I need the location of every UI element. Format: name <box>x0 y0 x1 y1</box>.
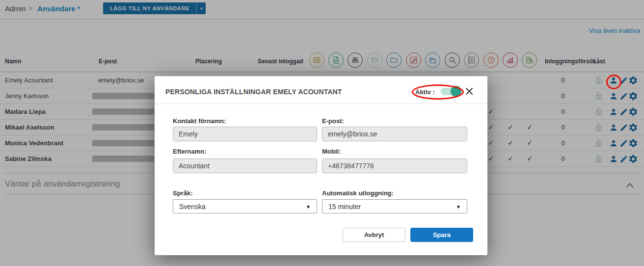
annotation-ellipse-active-toggle <box>412 84 464 100</box>
personal-settings-modal: PERSONLIGA INSTÄLLNINGAR EMELY ACOUNTANT… <box>155 76 487 255</box>
last-name-label: Efternamn: <box>173 148 207 155</box>
last-name-input: Acountant <box>173 159 317 173</box>
email-input: emely@briox.se <box>322 127 467 141</box>
first-name-label: Kontakt förnamn: <box>173 117 226 125</box>
close-icon[interactable] <box>465 87 474 96</box>
save-button[interactable]: Spara <box>410 228 473 242</box>
admin-users-page: Admin > Användare ▼ LÄGG TILL NY ANVÄNDA… <box>0 0 644 266</box>
mobile-input: +46738477776 <box>322 159 467 173</box>
chevron-down-icon: ▼ <box>306 204 311 210</box>
auto-logout-select[interactable]: 15 minuter▼ <box>322 199 467 213</box>
chevron-down-icon: ▼ <box>456 204 461 210</box>
modal-title: PERSONLIGA INSTÄLLNINGAR EMELY ACOUNTANT <box>165 88 342 96</box>
language-label: Språk: <box>173 189 192 197</box>
mobile-label: Mobil: <box>322 148 341 155</box>
auto-logout-label: Automatisk utloggning: <box>322 189 394 197</box>
email-label: E-post: <box>322 117 344 125</box>
first-name-input: Emely <box>173 127 317 141</box>
cancel-button[interactable]: Avbryt <box>343 228 405 242</box>
annotation-circle-profile-icon <box>606 75 621 89</box>
language-select[interactable]: Svenska▼ <box>173 199 317 213</box>
